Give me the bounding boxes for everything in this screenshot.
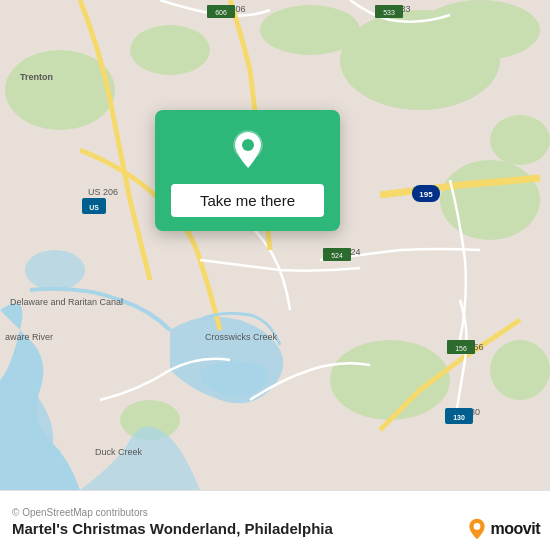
location-pin-icon xyxy=(226,128,270,172)
moovit-pin-icon xyxy=(466,518,488,540)
duck-creek-label: Duck Creek xyxy=(95,447,143,457)
bottom-bar: © OpenStreetMap contributors Martel's Ch… xyxy=(0,490,550,550)
svg-text:130: 130 xyxy=(453,414,465,421)
svg-text:533: 533 xyxy=(383,9,395,16)
svg-text:195: 195 xyxy=(419,190,433,199)
svg-text:US: US xyxy=(89,204,99,211)
trenton-label: Trenton xyxy=(20,72,53,82)
svg-point-28 xyxy=(473,523,480,530)
svg-point-27 xyxy=(242,139,254,151)
svg-text:606: 606 xyxy=(215,9,227,16)
popup-card: Take me there xyxy=(155,110,340,231)
take-me-there-button[interactable]: Take me there xyxy=(171,184,324,217)
map-svg: CR 606 CR 533 US 206 I 195 CR 524 NJ 156… xyxy=(0,0,550,490)
moovit-logo: moovit xyxy=(466,518,540,540)
map-container: CR 606 CR 533 US 206 I 195 CR 524 NJ 156… xyxy=(0,0,550,490)
crosswicks-label: Crosswicks Creek xyxy=(205,332,278,342)
copyright-text: © OpenStreetMap contributors xyxy=(12,507,538,518)
delaware-raritan-label: Delaware and Raritan Canal xyxy=(10,297,123,307)
svg-point-2 xyxy=(420,0,540,60)
svg-text:524: 524 xyxy=(331,252,343,259)
location-title: Martel's Christmas Wonderland, Philadelp… xyxy=(12,520,538,537)
moovit-text: moovit xyxy=(491,520,540,538)
svg-text:156: 156 xyxy=(455,345,467,352)
svg-point-7 xyxy=(130,25,210,75)
svg-point-5 xyxy=(490,115,550,165)
aware-river-label: aware River xyxy=(5,332,53,342)
svg-point-6 xyxy=(260,5,360,55)
us206-label: US 206 xyxy=(88,187,118,197)
svg-point-9 xyxy=(490,340,550,400)
svg-point-11 xyxy=(25,250,85,290)
